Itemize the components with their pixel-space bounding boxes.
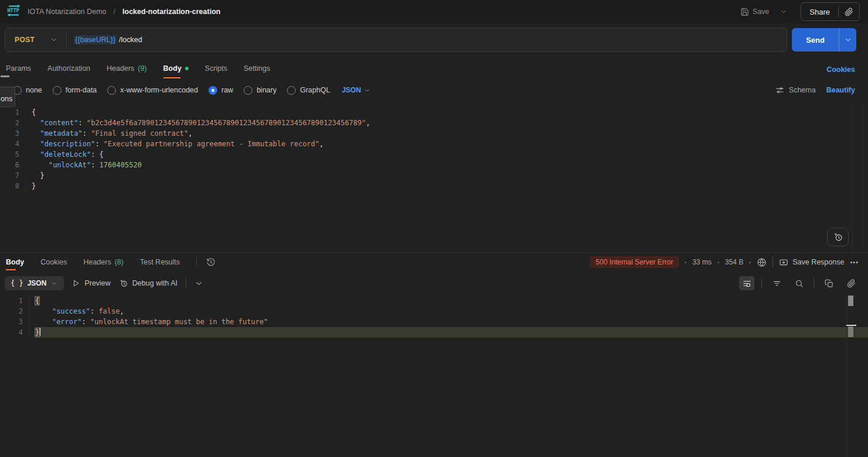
send-button[interactable]: Send	[792, 28, 839, 51]
request-bar: POST {{baseURL}} /locked Send	[0, 23, 868, 56]
app-header: HTTP IOTA Notarization Demo / locked-not…	[0, 0, 868, 23]
response-history-icon[interactable]	[206, 257, 216, 267]
cookies-link[interactable]: Cookies	[826, 66, 855, 74]
save-options-chevron[interactable]	[776, 4, 791, 19]
request-body-editor[interactable]: 1{2 "content": "b2c3d4e5f6a7890123456789…	[0, 104, 868, 252]
search-icon	[795, 279, 804, 288]
code-line[interactable]: 7 }	[0, 170, 868, 181]
tab-params[interactable]: Params	[6, 57, 31, 80]
response-status-badge[interactable]: 500 Internal Server Error	[590, 256, 679, 268]
radio-selected-icon	[209, 86, 217, 95]
response-tab-body[interactable]: Body	[6, 253, 24, 272]
code-text: }	[32, 170, 868, 181]
chevron-down-icon	[363, 87, 371, 94]
save-response-button[interactable]: Save Response	[779, 257, 844, 267]
send-button-group: Send	[792, 28, 856, 51]
response-editor-scroll-thumb[interactable]	[848, 295, 853, 306]
code-text: "metadata": "Final signed contract",	[32, 128, 868, 139]
meta-divider	[773, 257, 773, 267]
curly-braces-icon: { }	[11, 279, 23, 287]
radio-icon	[53, 86, 61, 95]
tab-scripts[interactable]: Scripts	[205, 57, 227, 80]
response-more-button[interactable]: •••	[850, 259, 859, 266]
code-line[interactable]: 6 "unlockAt": 1760405520	[0, 160, 868, 170]
code-line[interactable]: 4}	[0, 327, 868, 338]
send-options-chevron[interactable]	[839, 28, 856, 51]
response-editor-scrollbar[interactable]	[846, 293, 847, 457]
method-selector[interactable]: POST	[5, 36, 66, 44]
tab-settings[interactable]: Settings	[244, 57, 270, 80]
code-line[interactable]: 1{	[0, 295, 868, 306]
code-line[interactable]: 2 "content": "b2c3d4e5f6a789012345678901…	[0, 118, 868, 128]
body-type-radio-raw[interactable]: raw	[209, 86, 233, 95]
text-cursor	[39, 328, 40, 336]
tooltip-text-fragment: ons	[1, 95, 12, 103]
code-line[interactable]: 8}	[0, 181, 868, 191]
network-globe-icon[interactable]	[757, 257, 767, 267]
response-format-selector[interactable]: { } JSON	[5, 276, 64, 290]
url-input[interactable]: {{baseURL}} /locked	[74, 35, 142, 44]
code-line[interactable]: 4 "description": "Executed partnership a…	[0, 139, 868, 149]
code-text: "unlockAt": 1760405520	[32, 160, 868, 170]
filter-icon	[773, 279, 781, 288]
share-button-group: Share	[801, 2, 860, 21]
code-text: }	[35, 327, 868, 338]
line-number: 4	[0, 139, 26, 149]
share-button[interactable]: Share	[801, 3, 838, 20]
floppy-save-icon	[740, 8, 749, 16]
meta-separator-dot	[749, 262, 751, 263]
line-number: 8	[0, 181, 26, 191]
body-format-selector[interactable]: JSON	[342, 86, 371, 94]
line-number: 7	[0, 170, 26, 181]
overview-ruler-cursor-mark	[846, 325, 856, 326]
response-tab-cookies[interactable]: Cookies	[40, 253, 67, 272]
code-line[interactable]: 2 "success": false,	[0, 306, 868, 317]
tab-authorization[interactable]: Authorization	[47, 57, 90, 80]
schema-button[interactable]: Schema	[775, 86, 816, 95]
code-line[interactable]: 3 "metadata": "Final signed contract",	[0, 128, 868, 139]
response-view-chevron[interactable]	[194, 279, 203, 288]
url-path: /locked	[119, 36, 142, 44]
body-type-radio-graphql[interactable]: GraphQL	[287, 86, 330, 95]
breadcrumb-request-name[interactable]: locked-notarization-creation	[122, 8, 220, 16]
response-tab-headers[interactable]: Headers(8)	[83, 253, 124, 272]
code-line[interactable]: 3 "error": "unlockAt timestamp must be i…	[0, 317, 868, 327]
tab-headers[interactable]: Headers(9)	[107, 57, 147, 80]
method-url-divider	[66, 33, 67, 47]
body-type-radio-binary[interactable]: binary	[244, 86, 276, 95]
filter-button[interactable]	[769, 276, 784, 290]
meta-separator-dot	[717, 262, 719, 263]
copy-link-response-button[interactable]	[843, 276, 859, 290]
response-body-editor[interactable]: 1{2 "success": false,3 "error": "unlockA…	[0, 293, 868, 457]
radio-icon	[244, 86, 252, 95]
debug-with-ai-button[interactable]: Debug with AI	[119, 279, 177, 288]
search-button[interactable]	[791, 276, 807, 290]
base-url-variable[interactable]: {{baseURL}}	[74, 35, 117, 44]
request-editor-scroll-thumb[interactable]	[1, 75, 9, 77]
code-line[interactable]: 1{	[0, 107, 868, 118]
wrap-text-button[interactable]	[739, 276, 754, 290]
code-text: {	[35, 295, 868, 306]
copy-link-button[interactable]	[839, 3, 859, 20]
share-button-label: Share	[809, 8, 830, 16]
play-preview-icon	[72, 279, 80, 287]
preview-button[interactable]: Preview	[72, 279, 110, 287]
response-toolbar: { } JSON Preview Debug with AI	[0, 274, 868, 293]
body-type-radio-form-data[interactable]: form-data	[53, 86, 97, 95]
radio-icon	[107, 86, 116, 95]
tab-body[interactable]: Body	[163, 57, 189, 80]
copy-response-button[interactable]	[821, 276, 836, 290]
body-type-bar: none form-data x-www-form-urlencoded raw…	[0, 80, 868, 101]
response-size[interactable]: 354 B	[725, 258, 743, 266]
response-time[interactable]: 33 ms	[692, 258, 712, 266]
breadcrumb-collection[interactable]: IOTA Notarization Demo	[28, 8, 107, 16]
save-button[interactable]: Save	[737, 4, 773, 20]
request-editor-scrollbar[interactable]	[852, 104, 863, 252]
body-type-radio-none[interactable]: none	[13, 86, 42, 95]
response-tab-test-results[interactable]: Test Results	[140, 253, 180, 272]
postbot-button[interactable]	[827, 228, 849, 246]
code-text: "description": "Executed partnership agr…	[32, 139, 868, 149]
code-line[interactable]: 5 "deleteLock": {	[0, 149, 868, 160]
beautify-button[interactable]: Beautify	[826, 86, 855, 94]
body-type-radio-x-www-form-urlencoded[interactable]: x-www-form-urlencoded	[107, 86, 198, 95]
